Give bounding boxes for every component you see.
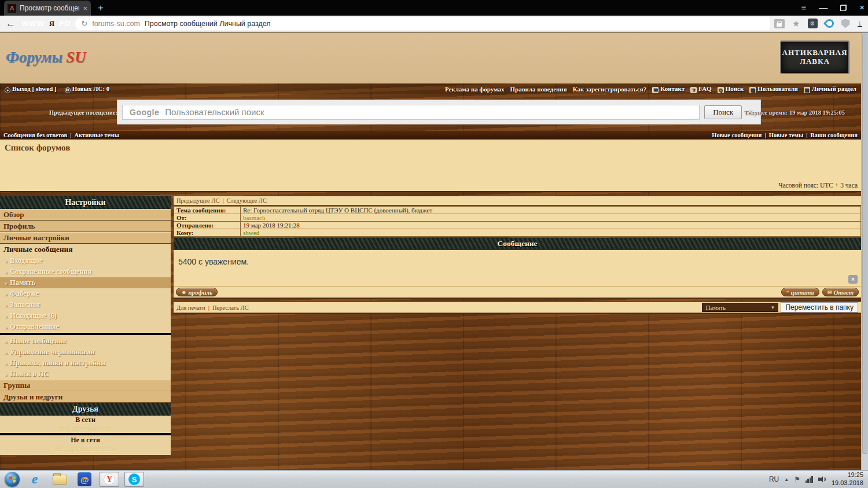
logout-link[interactable]: ●Выход [ shwed ] (5, 85, 57, 93)
from-label: От: (174, 214, 241, 222)
rules-link[interactable]: Правила поведения (510, 86, 567, 93)
quote-button[interactable]: “цитата (781, 288, 819, 296)
forum-list-link[interactable]: Список форумов (5, 143, 70, 153)
folder-icon (53, 475, 67, 485)
message-footer: Для печати | Переслать ЛС Память ▼ Перем… (174, 301, 861, 314)
shield-icon[interactable] (841, 19, 850, 28)
print-link[interactable]: Для печати (176, 304, 205, 311)
personal-section-link[interactable]: ▤Личный раздел (804, 85, 856, 93)
folder-dropdown-value: Память (705, 304, 726, 311)
search-link[interactable]: QПоиск (718, 85, 744, 93)
action-center-flag-icon[interactable]: ⚑ (794, 475, 800, 483)
taskbar-ie-icon[interactable]: e (25, 472, 45, 487)
skype-icon: S (128, 474, 140, 485)
site-favicon-icon: A (8, 4, 16, 13)
reply-button[interactable]: ✉Ответ (822, 288, 859, 296)
taskbar-yandex-browser-icon[interactable]: Y (100, 472, 119, 487)
volume-icon[interactable] (818, 476, 826, 483)
action-manage-drafts[interactable]: »Управление черновиками (0, 347, 171, 358)
yandex-icon[interactable]: Я (49, 19, 54, 28)
to-user-link[interactable]: shwed (241, 229, 861, 237)
folder-sent[interactable]: »Отправленные (0, 321, 171, 332)
banner-line2: ЛАВКА (800, 57, 830, 66)
next-pm-link[interactable]: Следующее ЛС (227, 197, 267, 204)
folder-dropdown[interactable]: Память ▼ (702, 303, 778, 312)
bookmark-star-icon[interactable]: ★ (792, 19, 800, 29)
start-button[interactable] (5, 472, 20, 487)
back-icon[interactable]: ← (6, 18, 16, 30)
taskbar-skype-icon[interactable]: S (124, 472, 144, 487)
taskbar-mailru-icon[interactable]: @ (75, 472, 94, 487)
reload-icon[interactable]: ↻ (81, 19, 87, 28)
folder-faberge[interactable]: »Фаберже (0, 288, 171, 299)
forward-pm-link[interactable]: Переслать ЛС (212, 304, 249, 311)
move-to-folder-button[interactable]: Переместить в папку (781, 302, 858, 313)
logo-main: Форумы (6, 49, 62, 66)
lock-icon[interactable] (774, 19, 785, 28)
active-topics-link[interactable]: Активные темы (74, 132, 119, 138)
delete-message-icon[interactable]: × (848, 275, 858, 284)
logout-icon: ● (5, 87, 10, 93)
contact-link[interactable]: ✉Контакт (652, 85, 685, 93)
search-input[interactable] (165, 107, 699, 117)
separator: | (764, 132, 766, 138)
folder-inbox[interactable]: »Входящие (0, 255, 171, 266)
google-search-field[interactable]: Google (122, 105, 700, 120)
folder-saved[interactable]: »Сохранённые сообщения (0, 266, 171, 277)
table-row: Тема сообщения: Re: Горноспасательный от… (174, 207, 861, 214)
close-icon[interactable]: × (859, 2, 865, 13)
antique-shop-banner[interactable]: АНТИКВАРНАЯ ЛАВКА (780, 41, 849, 74)
sidebar-item-groups[interactable]: Группы (0, 380, 171, 391)
menu-icon[interactable]: ≡ (801, 2, 806, 13)
pm-section-title[interactable]: Личные сообщения (0, 244, 171, 255)
clock[interactable]: 19:25 19.03.2018 (832, 471, 863, 487)
address-bar[interactable]: ↻ forums-su.com Просмотр сообщений Личны… (75, 17, 770, 30)
mailru-agent-icon[interactable] (823, 17, 835, 30)
browser-tab[interactable]: A Просмотр сообщений Л × (4, 1, 91, 16)
action-new-message[interactable]: »Новое сообщение (0, 336, 171, 347)
new-messages-link[interactable]: Новые сообщения (712, 132, 762, 138)
sidebar-item-overview[interactable]: Обзор (0, 209, 171, 221)
action-rules-folders[interactable]: »Правила, папки и настройки (0, 358, 171, 369)
new-tab-button[interactable]: + (98, 2, 104, 14)
message-meta-table: Тема сообщения: Re: Горноспасательный от… (174, 206, 861, 237)
tray-expand-icon[interactable]: ▲ (784, 477, 789, 482)
language-indicator[interactable]: RU (769, 475, 779, 483)
profile-icon: ☻ (181, 289, 186, 295)
new-pm-link[interactable]: ✉Новых ЛС: 0 (65, 85, 110, 93)
tab-close-icon[interactable]: × (83, 4, 87, 13)
register-link[interactable]: Как зарегистрироваться? (573, 86, 647, 93)
secondary-navbar: Сообщения без ответов | Активные темы Но… (0, 131, 861, 140)
search-button[interactable]: Поиск (704, 105, 742, 119)
folder-arrow-icon: » (5, 302, 8, 308)
folder-outbox[interactable]: »Исходящие (6) (0, 310, 171, 321)
top-navbar: ●Выход [ shwed ] ✉Новых ЛС: 0 Реклама на… (0, 83, 861, 94)
toolbar-right-icons: ★ ⚙ ↓ (774, 19, 862, 29)
site-logo[interactable]: ФорумыSU (6, 49, 86, 67)
page-scrollbar[interactable] (861, 32, 868, 470)
sidebar-item-profile[interactable]: Профиль (0, 221, 171, 232)
new-topics-link[interactable]: Новые темы (769, 132, 803, 138)
scrollbar-thumb[interactable] (862, 34, 867, 454)
download-icon[interactable]: ↓ (858, 20, 863, 27)
restore-icon[interactable] (840, 5, 847, 11)
content-row: Настройки Обзор Профиль Личные настройки… (0, 196, 861, 455)
prev-pm-link[interactable]: Предыдущее ЛС (176, 197, 220, 204)
network-icon[interactable] (806, 476, 813, 483)
minimize-icon[interactable]: — (819, 2, 827, 13)
users-link[interactable]: ▦Пользователи (749, 85, 797, 93)
taskbar-explorer-icon[interactable] (50, 472, 69, 487)
from-user-link[interactable]: basmach (241, 214, 861, 222)
folder-arrow-icon: » (5, 360, 8, 366)
folder-memory-active[interactable]: »Память (0, 277, 171, 288)
your-messages-link[interactable]: Ваши сообщения (810, 132, 858, 138)
profile-button[interactable]: ☻профиль (176, 288, 218, 296)
ads-link[interactable]: Реклама на форумах (445, 86, 505, 93)
extension-icon[interactable]: ⚙ (808, 19, 818, 28)
sidebar-item-friends-foes[interactable]: Друзья и недруги (0, 391, 171, 403)
faq-link[interactable]: ?FAQ (690, 85, 711, 93)
sidebar-item-personal-settings[interactable]: Личные настройки (0, 232, 171, 244)
unanswered-link[interactable]: Сообщения без ответов (3, 132, 67, 138)
folder-spare[interactable]: »Запасная (0, 299, 171, 310)
action-pm-search[interactable]: »Поиск в ЛС (0, 369, 171, 380)
